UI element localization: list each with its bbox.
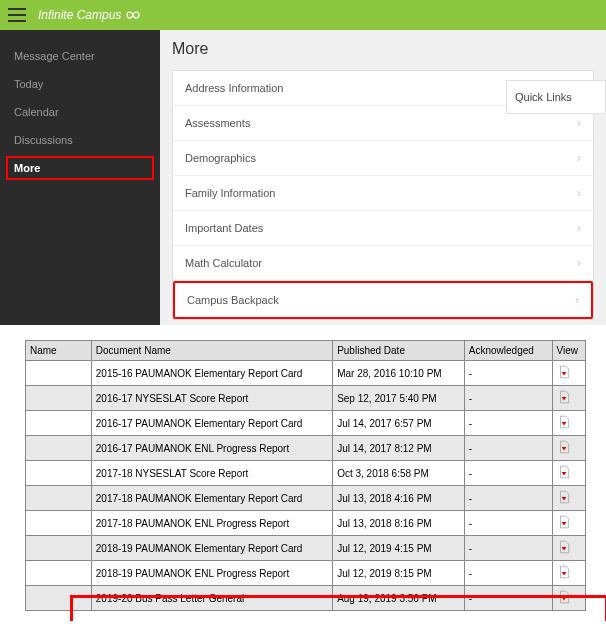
- cell-name: [26, 386, 92, 411]
- cell-document: 2016-17 PAUMANOK ENL Progress Report: [91, 436, 332, 461]
- documents-table-section: Name Document Name Published Date Acknow…: [0, 325, 606, 621]
- pdf-icon[interactable]: [557, 440, 571, 456]
- table-row: 2018-19 PAUMANOK Elementary Report CardJ…: [26, 536, 586, 561]
- cell-name: [26, 361, 92, 386]
- cell-published: Jul 13, 2018 8:16 PM: [333, 511, 465, 536]
- table-row: 2015-16 PAUMANOK Elementary Report CardM…: [26, 361, 586, 386]
- list-item-family-information[interactable]: Family Information ›: [173, 176, 593, 211]
- cell-view[interactable]: [552, 586, 585, 611]
- table-row: 2016-17 NYSESLAT Score ReportSep 12, 201…: [26, 386, 586, 411]
- list-item-label: Address Information: [185, 82, 283, 94]
- cell-view[interactable]: [552, 486, 585, 511]
- list-item-label: Math Calculator: [185, 257, 262, 269]
- table-row: 2017-18 NYSESLAT Score ReportOct 3, 2018…: [26, 461, 586, 486]
- cell-published: Jul 14, 2017 8:12 PM: [333, 436, 465, 461]
- cell-acknowledged: -: [464, 586, 552, 611]
- quick-links-panel: Quick Links: [506, 80, 606, 114]
- sidebar-item-discussions[interactable]: Discussions: [0, 126, 160, 154]
- pdf-icon[interactable]: [557, 465, 571, 481]
- cell-published: Oct 3, 2018 6:58 PM: [333, 461, 465, 486]
- cell-acknowledged: -: [464, 386, 552, 411]
- cell-view[interactable]: [552, 511, 585, 536]
- cell-view[interactable]: [552, 386, 585, 411]
- chevron-right-icon: ›: [577, 116, 581, 130]
- table-row: 2017-18 PAUMANOK Elementary Report CardJ…: [26, 486, 586, 511]
- cell-view[interactable]: [552, 561, 585, 586]
- cell-name: [26, 411, 92, 436]
- annotation-highlight: More: [6, 156, 154, 180]
- annotation-highlight: Campus Backpack ›: [173, 281, 593, 319]
- cell-name: [26, 436, 92, 461]
- cell-document: 2016-17 PAUMANOK Elementary Report Card: [91, 411, 332, 436]
- cell-view[interactable]: [552, 361, 585, 386]
- pdf-icon[interactable]: [557, 540, 571, 556]
- app-window: Infinite Campus Message Center Today Cal…: [0, 0, 606, 325]
- list-item-label: Assessments: [185, 117, 250, 129]
- pdf-icon[interactable]: [557, 590, 571, 606]
- list-item-label: Demographics: [185, 152, 256, 164]
- cell-acknowledged: -: [464, 461, 552, 486]
- cell-document: 2017-18 PAUMANOK ENL Progress Report: [91, 511, 332, 536]
- pdf-icon[interactable]: [557, 415, 571, 431]
- cell-published: Mar 28, 2016 10:10 PM: [333, 361, 465, 386]
- list-item-important-dates[interactable]: Important Dates ›: [173, 211, 593, 246]
- cell-document: 2017-18 NYSESLAT Score Report: [91, 461, 332, 486]
- chevron-right-icon: ›: [575, 293, 579, 307]
- list-item-label: Campus Backpack: [187, 294, 279, 306]
- table-header-row: Name Document Name Published Date Acknow…: [26, 341, 586, 361]
- cell-document: 2017-18 PAUMANOK Elementary Report Card: [91, 486, 332, 511]
- main-area: More Address Information › Assessments ›…: [160, 30, 606, 325]
- cell-published: Jul 12, 2019 4:15 PM: [333, 536, 465, 561]
- cell-name: [26, 586, 92, 611]
- col-header-document: Document Name: [91, 341, 332, 361]
- cell-view[interactable]: [552, 461, 585, 486]
- cell-name: [26, 461, 92, 486]
- cell-acknowledged: -: [464, 561, 552, 586]
- sidebar-item-today[interactable]: Today: [0, 70, 160, 98]
- list-item-label: Family Information: [185, 187, 275, 199]
- cell-name: [26, 511, 92, 536]
- col-header-published: Published Date: [333, 341, 465, 361]
- hamburger-menu-icon[interactable]: [8, 8, 26, 22]
- sidebar: Message Center Today Calendar Discussion…: [0, 30, 160, 325]
- chevron-right-icon: ›: [577, 256, 581, 270]
- col-header-view: View: [552, 341, 585, 361]
- cell-published: Jul 13, 2018 4:16 PM: [333, 486, 465, 511]
- quick-links-title: Quick Links: [515, 91, 572, 103]
- chevron-right-icon: ›: [577, 186, 581, 200]
- cell-acknowledged: -: [464, 511, 552, 536]
- cell-view[interactable]: [552, 411, 585, 436]
- table-row: 2017-18 PAUMANOK ENL Progress ReportJul …: [26, 511, 586, 536]
- documents-table: Name Document Name Published Date Acknow…: [25, 340, 586, 611]
- cell-published: Aug 19, 2019 3:56 PM: [333, 586, 465, 611]
- cell-name: [26, 486, 92, 511]
- pdf-icon[interactable]: [557, 365, 571, 381]
- pdf-icon[interactable]: [557, 515, 571, 531]
- infinity-icon: [123, 8, 143, 22]
- list-item-demographics[interactable]: Demographics ›: [173, 141, 593, 176]
- cell-view[interactable]: [552, 536, 585, 561]
- pdf-icon[interactable]: [557, 565, 571, 581]
- cell-published: Jul 12, 2019 8:15 PM: [333, 561, 465, 586]
- sidebar-item-message-center[interactable]: Message Center: [0, 42, 160, 70]
- list-item-math-calculator[interactable]: Math Calculator ›: [173, 246, 593, 281]
- cell-document: 2015-16 PAUMANOK Elementary Report Card: [91, 361, 332, 386]
- cell-acknowledged: -: [464, 486, 552, 511]
- chevron-right-icon: ›: [577, 221, 581, 235]
- cell-acknowledged: -: [464, 361, 552, 386]
- pdf-icon[interactable]: [557, 390, 571, 406]
- table-row: 2018-19 PAUMANOK ENL Progress ReportJul …: [26, 561, 586, 586]
- table-row: 2016-17 PAUMANOK Elementary Report CardJ…: [26, 411, 586, 436]
- cell-view[interactable]: [552, 436, 585, 461]
- pdf-icon[interactable]: [557, 490, 571, 506]
- sidebar-item-more[interactable]: More: [14, 162, 146, 174]
- list-item-campus-backpack[interactable]: Campus Backpack ›: [175, 283, 591, 317]
- cell-document: 2018-19 PAUMANOK Elementary Report Card: [91, 536, 332, 561]
- sidebar-item-calendar[interactable]: Calendar: [0, 98, 160, 126]
- cell-acknowledged: -: [464, 411, 552, 436]
- cell-published: Sep 12, 2017 5:40 PM: [333, 386, 465, 411]
- cell-document: 2019-20 Bus Pass Letter General: [91, 586, 332, 611]
- cell-acknowledged: -: [464, 536, 552, 561]
- col-header-acknowledged: Acknowledged: [464, 341, 552, 361]
- cell-name: [26, 561, 92, 586]
